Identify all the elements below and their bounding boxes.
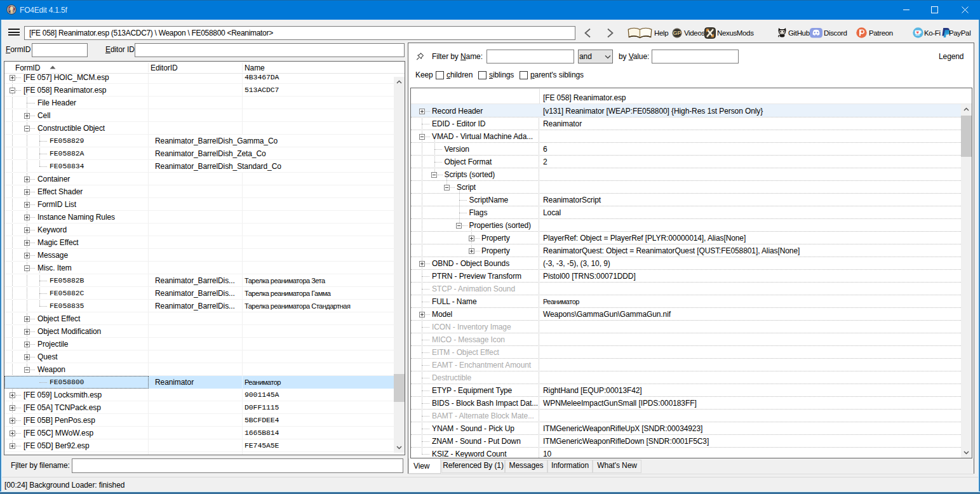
svg-text:GP: GP [673,30,681,36]
